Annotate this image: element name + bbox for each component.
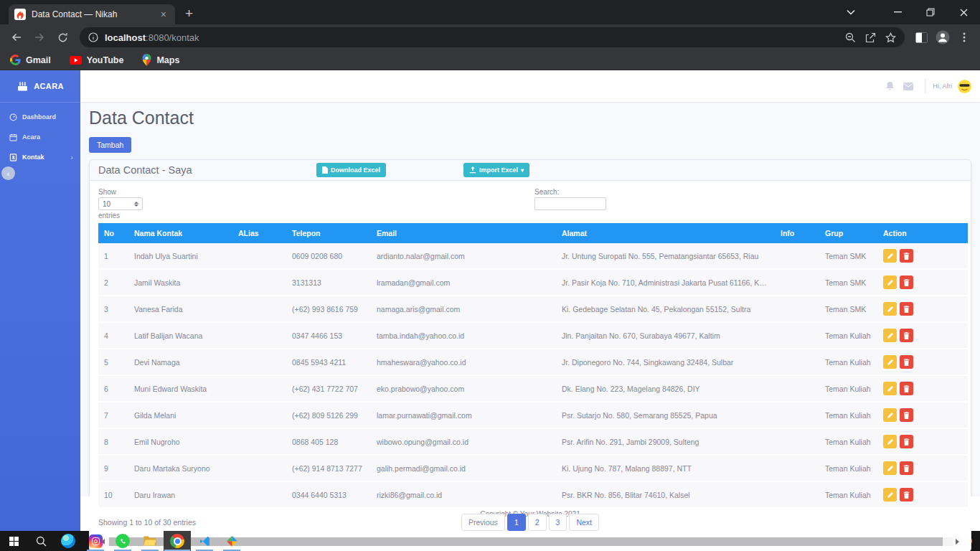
- page-length-select[interactable]: 10: [98, 197, 143, 210]
- sidebar-collapse-button[interactable]: ‹: [1, 166, 15, 180]
- browser-tab[interactable]: Data Contact — Nikah ×: [9, 4, 175, 24]
- close-button[interactable]: [947, 0, 980, 24]
- taskbar-search-button[interactable]: [27, 531, 55, 551]
- start-button[interactable]: [0, 531, 27, 551]
- taskbar-chrome[interactable]: [164, 531, 191, 551]
- sidebar-item-kontak[interactable]: Kontak ›: [0, 147, 80, 167]
- tab-close-icon[interactable]: ×: [158, 8, 169, 21]
- taskbar-explorer[interactable]: [136, 531, 164, 551]
- edit-button[interactable]: [883, 249, 897, 263]
- cell-telepon: 0868 405 128: [286, 428, 371, 455]
- pagination-page-3[interactable]: 3: [549, 514, 567, 531]
- cell-alias: [232, 322, 286, 349]
- calendar-icon: [9, 133, 17, 141]
- file-icon: [322, 166, 328, 174]
- zoom-icon[interactable]: [840, 28, 860, 47]
- column-header-info[interactable]: Info: [775, 223, 819, 243]
- delete-button[interactable]: [900, 461, 913, 475]
- download-excel-button[interactable]: Download Excel: [316, 163, 386, 177]
- pagination-previous[interactable]: Previous: [461, 514, 505, 531]
- cell-alias: [232, 349, 286, 375]
- cell-alamat: Psr. Arifin No. 291, Jambi 29009, Sulten…: [556, 428, 775, 455]
- edit-button[interactable]: [883, 329, 897, 342]
- reload-icon[interactable]: [52, 27, 72, 47]
- scroll-right-icon[interactable]: [953, 537, 962, 546]
- edit-button[interactable]: [883, 382, 897, 395]
- sidebar-item-acara[interactable]: Acara: [0, 127, 80, 147]
- chevron-right-icon: ›: [70, 153, 73, 161]
- edit-button[interactable]: [883, 435, 897, 448]
- pencil-icon: [887, 438, 894, 446]
- sidebar-item-dashboard[interactable]: Dashboard: [0, 107, 80, 127]
- add-button[interactable]: Tambah: [89, 137, 131, 153]
- table-footer: Showing 1 to 10 of 30 entries Previous12…: [98, 514, 962, 531]
- restore-button[interactable]: [914, 0, 947, 24]
- cell-info: [775, 402, 819, 428]
- file-explorer-icon: [143, 536, 156, 546]
- delete-button[interactable]: [900, 329, 913, 342]
- bookmark-gmail[interactable]: Gmail: [10, 55, 51, 65]
- cell-alias: [232, 455, 286, 481]
- sidebar-brand[interactable]: ACARA: [0, 70, 80, 102]
- cell-alias: [232, 481, 286, 508]
- edit-button[interactable]: [883, 355, 897, 369]
- forward-icon[interactable]: [29, 27, 50, 47]
- column-header-alias[interactable]: ALias: [232, 223, 286, 243]
- tab-title: Data Contact — Nikah: [32, 9, 158, 19]
- cell-telepon: 0344 6440 5313: [286, 481, 371, 508]
- bookmark-star-icon[interactable]: [880, 28, 900, 47]
- new-tab-button[interactable]: +: [185, 6, 193, 22]
- delete-button[interactable]: [900, 435, 913, 448]
- bookmark-maps[interactable]: Maps: [142, 54, 179, 66]
- tab-search-icon[interactable]: [837, 0, 865, 24]
- taskbar-vscode[interactable]: [191, 531, 218, 551]
- upload-icon: [469, 166, 476, 174]
- cell-no: 2: [98, 269, 128, 296]
- column-header-alamat[interactable]: Alamat: [556, 223, 775, 243]
- edit-button[interactable]: [883, 276, 897, 289]
- pagination-page-1[interactable]: 1: [507, 514, 526, 531]
- edit-button[interactable]: [883, 302, 897, 316]
- menu-dots-icon[interactable]: [953, 27, 975, 47]
- taskbar-diamond-app[interactable]: [218, 531, 245, 551]
- delete-button[interactable]: [900, 355, 913, 369]
- bell-icon[interactable]: [880, 77, 899, 95]
- share-icon[interactable]: [860, 28, 880, 47]
- column-header-action[interactable]: Action: [877, 223, 968, 243]
- bookmark-youtube[interactable]: YouTube: [70, 55, 124, 65]
- delete-button[interactable]: [900, 302, 913, 316]
- edit-button[interactable]: [883, 461, 897, 475]
- pagination-page-2[interactable]: 2: [528, 514, 547, 531]
- trash-icon: [903, 465, 910, 472]
- column-header-email[interactable]: Email: [371, 223, 556, 243]
- cell-alamat: Dk. Elang No. 223, Magelang 84826, DIY: [556, 375, 775, 402]
- delete-button[interactable]: [900, 408, 913, 422]
- delete-button[interactable]: [900, 382, 913, 395]
- address-bar[interactable]: localhost:8080/kontak: [80, 27, 905, 47]
- cell-alamat: Jr. Pasir Koja No. 710, Administrasi Jak…: [556, 269, 775, 296]
- minimize-button[interactable]: [881, 0, 914, 24]
- edit-button[interactable]: [883, 408, 897, 422]
- profile-avatar-icon[interactable]: [932, 27, 953, 47]
- delete-button[interactable]: [900, 276, 913, 289]
- column-header-telepon[interactable]: Telepon: [286, 223, 371, 243]
- taskbar-whatsapp[interactable]: [109, 531, 136, 551]
- side-panel-icon[interactable]: [910, 27, 932, 47]
- delete-button[interactable]: [900, 488, 913, 501]
- taskbar-edge[interactable]: [55, 531, 82, 551]
- column-header-nama-kontak[interactable]: Nama Kontak: [128, 223, 232, 243]
- column-header-grup[interactable]: Grup: [819, 223, 877, 243]
- search-input[interactable]: [534, 197, 606, 210]
- column-header-no[interactable]: No: [98, 223, 128, 243]
- edit-button[interactable]: [883, 488, 897, 501]
- pagination-next[interactable]: Next: [569, 514, 599, 531]
- envelope-icon[interactable]: [899, 77, 918, 95]
- card-header: Data Contact - Saya Download Excel Impor…: [90, 160, 971, 181]
- chrome-icon: [170, 534, 184, 548]
- taskbar-instagram[interactable]: [82, 531, 109, 551]
- user-avatar[interactable]: [958, 80, 971, 93]
- caret-down-icon: ▾: [521, 167, 524, 174]
- import-excel-button[interactable]: Import Excel ▾: [463, 163, 529, 177]
- delete-button[interactable]: [900, 249, 913, 263]
- back-icon[interactable]: [6, 27, 27, 47]
